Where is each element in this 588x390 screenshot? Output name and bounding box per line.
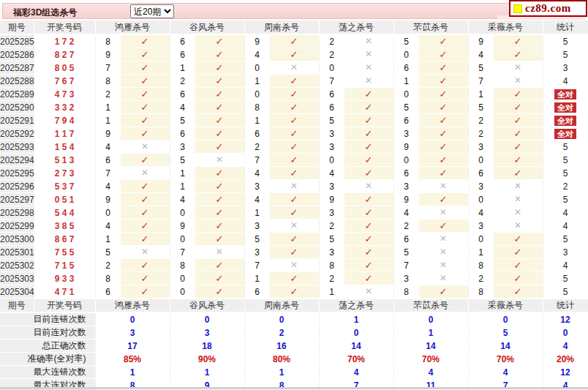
check-icon: ✓ bbox=[141, 233, 149, 244]
site-logo[interactable]: cz89.com bbox=[509, 0, 587, 17]
kill-result: ✓ bbox=[195, 114, 244, 127]
cross-icon: ✕ bbox=[440, 233, 447, 244]
kill-cell-content: 0✓ bbox=[469, 154, 543, 166]
period-range-select[interactable]: 近20期 bbox=[130, 4, 174, 18]
kill-cell: 5✓ bbox=[244, 233, 319, 246]
kill-number: 3 bbox=[245, 181, 270, 192]
cross-icon: ✕ bbox=[440, 181, 447, 191]
summary-value: 14 bbox=[319, 340, 393, 353]
kill-number: 8 bbox=[394, 287, 419, 297]
kill-cell: 7✕ bbox=[244, 259, 319, 272]
kill-cell: 4✕ bbox=[393, 206, 468, 220]
kill-cell-content: 0✕ bbox=[320, 61, 393, 74]
check-icon: ✓ bbox=[514, 273, 522, 284]
kill-result: ✓ bbox=[494, 88, 543, 100]
kill-cell: 2✓ bbox=[319, 272, 393, 285]
kill-cell-content: 7✕ bbox=[469, 75, 543, 87]
cross-icon: ✕ bbox=[290, 181, 298, 191]
kill-cell-content: 5✓ bbox=[320, 114, 393, 127]
kill-cell-content: 8✓ bbox=[96, 75, 170, 87]
kill-number: 8 bbox=[96, 274, 121, 284]
kill-cell-content: 6✓ bbox=[245, 285, 319, 298]
kill-cell-content: 7✕ bbox=[170, 246, 244, 258]
kill-cell: 9✓ bbox=[170, 220, 244, 233]
kill-number: 0 bbox=[394, 155, 419, 165]
kill-cell: 0✓ bbox=[170, 285, 244, 299]
kill-number: 8 bbox=[96, 76, 121, 86]
kill-cell: 1✓ bbox=[170, 61, 244, 75]
kill-cell-content: 7✕ bbox=[320, 75, 393, 87]
period-cell: 2025286 bbox=[0, 48, 34, 61]
kill-number: 4 bbox=[245, 50, 270, 60]
check-icon: ✓ bbox=[216, 49, 224, 60]
kill-cell: 0✕ bbox=[319, 61, 393, 75]
kill-result: ✓ bbox=[270, 140, 319, 153]
check-icon: ✓ bbox=[514, 141, 522, 152]
kill-cell-content: 3✓ bbox=[320, 206, 393, 219]
kill-number: 1 bbox=[170, 181, 195, 192]
check-icon: ✓ bbox=[141, 128, 149, 139]
kill-cell-content: 1✓ bbox=[245, 272, 319, 285]
kill-cell-content: 0✓ bbox=[320, 154, 393, 166]
summary-value: 5 bbox=[468, 326, 543, 340]
kill-result: ✓ bbox=[419, 35, 468, 48]
logo-square-icon bbox=[513, 4, 522, 13]
winning-number-cell: 4 7 3 bbox=[34, 88, 95, 101]
kill-number: 2 bbox=[469, 129, 494, 139]
kill-cell: 6✓ bbox=[393, 114, 468, 127]
check-icon: ✓ bbox=[141, 89, 149, 100]
kill-cell-content: 2✓ bbox=[469, 272, 543, 285]
kill-cell: 1✓ bbox=[95, 114, 170, 127]
table-row: 20253017 5 55✕7✕3✓3✓5✕1✓3 bbox=[0, 246, 588, 259]
kill-cell-content: 0✓ bbox=[394, 88, 468, 100]
kill-result: ✓ bbox=[195, 48, 244, 61]
winning-number-cell: 1 5 4 bbox=[34, 140, 95, 154]
column-header: 芣苡杀号 bbox=[393, 299, 468, 312]
kill-number-table: 期号开奖号码鸿雁杀号谷风杀号周南杀号荡之杀号芣苡杀号采薇杀号统计 2025285… bbox=[0, 20, 588, 312]
kill-cell: 2✓ bbox=[468, 272, 543, 285]
check-icon: ✓ bbox=[440, 62, 448, 73]
kill-cell: 9✓ bbox=[468, 34, 543, 48]
summary-value: 1 bbox=[170, 366, 244, 379]
kill-number: 6 bbox=[170, 89, 195, 100]
check-icon: ✓ bbox=[141, 154, 149, 165]
summary-value: 0 bbox=[95, 312, 170, 326]
kill-cell-content: 5✓ bbox=[469, 101, 543, 113]
summary-value: 0 bbox=[468, 312, 543, 326]
kill-number: 5 bbox=[320, 116, 344, 126]
summary-row: 准确率(全对率)85%90%80%70%70%70%20% bbox=[0, 353, 588, 366]
summary-value: 3 bbox=[95, 326, 170, 340]
column-header: 期号 bbox=[0, 20, 34, 34]
kill-number: 3 bbox=[320, 142, 344, 152]
kill-number: 8 bbox=[469, 287, 494, 297]
kill-number: 3 bbox=[394, 274, 419, 284]
kill-result: ✓ bbox=[494, 246, 543, 258]
winning-number-cell: 1 7 2 bbox=[34, 34, 95, 48]
kill-number: 0 bbox=[170, 208, 195, 218]
table-row: 20253008 6 71✓0✓5✓5✓6✕0✓5 bbox=[0, 233, 588, 246]
stat-cell: 5 bbox=[543, 167, 588, 180]
kill-result: ✕ bbox=[270, 180, 319, 192]
kill-result: ✕ bbox=[419, 246, 468, 258]
kill-result: ✓ bbox=[121, 272, 170, 285]
kill-cell: 5✓ bbox=[468, 101, 543, 114]
winning-number-cell: 4 7 1 bbox=[34, 285, 95, 299]
column-header: 开奖号码 bbox=[34, 299, 95, 312]
kill-number: 3 bbox=[320, 247, 344, 258]
kill-number: 9 bbox=[96, 50, 121, 60]
column-header: 荡之杀号 bbox=[319, 20, 393, 34]
kill-cell-content: 5✕ bbox=[469, 61, 543, 74]
table-row: 20252851 7 28✓6✓9✓2✕5✓9✓5 bbox=[0, 34, 588, 48]
kill-cell: 1✓ bbox=[170, 180, 244, 193]
kill-cell-content: 9✓ bbox=[469, 35, 543, 48]
kill-result: ✕ bbox=[419, 180, 468, 192]
summary-table-body: 目前连错次数00010012目前连对次数3320150总正确次数17181614… bbox=[0, 312, 588, 390]
kill-result: ✕ bbox=[344, 285, 393, 298]
check-icon: ✓ bbox=[216, 220, 224, 231]
kill-number: 0 bbox=[394, 89, 419, 100]
kill-result: ✓ bbox=[494, 154, 543, 166]
kill-cell-content: 1✓ bbox=[245, 75, 319, 87]
kill-number: 5 bbox=[320, 234, 344, 244]
column-header: 统计 bbox=[543, 299, 588, 312]
kill-cell: 3✕ bbox=[393, 272, 468, 285]
